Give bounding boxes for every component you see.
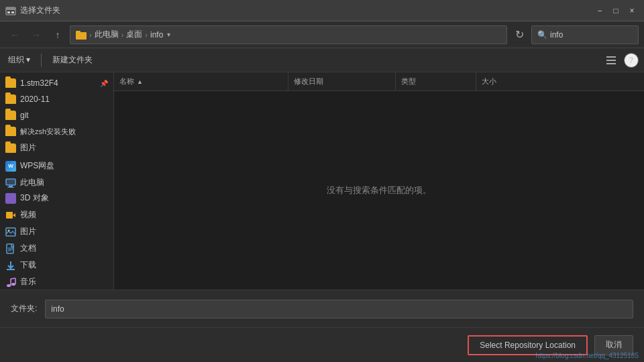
file-label: 文件夹: [11, 303, 37, 314]
title-bar: 选择文件夹 − □ × [0, 0, 644, 21]
window-controls: − □ × [593, 4, 639, 17]
sidebar-label-jiejue: 解决zsh安装失败 [20, 127, 76, 137]
folder-icon-1stm32f4 [5, 78, 16, 88]
window-icon [5, 5, 16, 16]
address-dropdown-arrow[interactable]: ▾ [167, 31, 170, 38]
sidebar-item-2020-11[interactable]: 2020-11 [0, 91, 113, 107]
toolbar: 组织 ▾ 新建文件夹 ? [0, 48, 644, 72]
sidebar-label-3d: 3D 对象 [20, 192, 49, 204]
column-type-label: 类型 [401, 76, 416, 86]
sidebar-label-doc: 文档 [20, 243, 36, 254]
sidebar-item-jiejue[interactable]: 解决zsh安装失败 [0, 123, 113, 139]
svg-rect-11 [9, 186, 13, 187]
column-header-size[interactable]: 大小 [476, 72, 543, 90]
column-header-type[interactable]: 类型 [396, 72, 476, 90]
sidebar-item-3d[interactable]: 3D 对象 [0, 190, 113, 206]
watermark-text: https://blog.csdn.net/qq_43125185 [536, 352, 639, 359]
svg-marker-14 [13, 213, 15, 217]
view-button[interactable] [602, 52, 620, 69]
sidebar-item-music[interactable]: 音乐 [0, 274, 113, 290]
folder-icon-2020-11 [5, 95, 16, 104]
svg-point-24 [11, 283, 15, 286]
sidebar-item-picture[interactable]: 图片 [0, 223, 113, 240]
watermark: https://blog.csdn.net/qq_43125185 [536, 352, 639, 359]
sidebar-label-music: 音乐 [20, 276, 36, 288]
folder-icon-git [5, 111, 16, 120]
window-title: 选择文件夹 [20, 5, 593, 16]
new-folder-button[interactable]: 新建文件夹 [50, 53, 95, 67]
file-empty-message: 没有与搜索条件匹配的项。 [114, 91, 644, 290]
toolbar-right: ? [602, 52, 639, 69]
sidebar-label-wps: WPS网盘 [20, 160, 54, 172]
search-icon: 🔍 [537, 30, 547, 40]
svg-rect-17 [7, 244, 13, 253]
search-input[interactable] [550, 30, 631, 40]
sidebar-item-download[interactable]: 下载 [0, 257, 113, 274]
path-sep-2: › [121, 31, 124, 39]
forward-button[interactable]: → [27, 25, 46, 44]
view-icon [606, 55, 616, 66]
search-box[interactable]: 🔍 [531, 25, 639, 44]
sidebar-label-computer: 此电脑 [20, 177, 44, 188]
column-date-label: 修改日期 [294, 76, 323, 86]
help-button[interactable]: ? [624, 53, 639, 68]
column-header-name[interactable]: 名称 ▲ [114, 72, 288, 90]
maximize-button[interactable]: □ [609, 4, 623, 17]
svg-rect-3 [11, 11, 14, 13]
svg-rect-12 [7, 187, 14, 188]
organize-button[interactable]: 组织 ▾ [5, 53, 33, 67]
minimize-button[interactable]: − [593, 4, 606, 17]
path-segment-desktop: 桌面 [126, 29, 142, 40]
sidebar-section-computer[interactable]: 此电脑 [0, 173, 113, 190]
path-sep-3: › [145, 31, 148, 39]
path-segment-computer: 此电脑 [95, 29, 119, 40]
sidebar-item-1stm32f4[interactable]: 1.stm32F4 📌 [0, 75, 113, 91]
sidebar-label-git: git [20, 111, 29, 120]
toolbar-separator [41, 54, 42, 67]
pin-icon: 📌 [100, 80, 108, 87]
sidebar-section-wps[interactable]: W WPS网盘 [0, 156, 113, 173]
file-dialog: 选择文件夹 − □ × ← → ↑ › 此电脑 › 桌面 › info ▾ ↻ … [0, 0, 644, 362]
svg-point-23 [7, 284, 11, 287]
sidebar-label-1stm32f4: 1.stm32F4 [20, 78, 58, 88]
path-sep-1: › [89, 31, 92, 39]
svg-rect-2 [7, 11, 10, 13]
sidebar-item-tupian-quick[interactable]: 图片 [0, 139, 113, 156]
sort-arrow-name: ▲ [137, 78, 143, 85]
bottom-bar: 文件夹: [0, 290, 644, 327]
file-name-input[interactable] [45, 300, 633, 318]
svg-line-27 [11, 278, 15, 279]
refresh-button[interactable]: ↻ [510, 25, 529, 44]
column-name-label: 名称 [119, 76, 134, 86]
empty-message-text: 没有与搜索条件匹配的项。 [327, 184, 431, 196]
close-button[interactable]: × [625, 4, 639, 17]
svg-rect-8 [606, 63, 616, 64]
column-header-date[interactable]: 修改日期 [288, 72, 396, 90]
svg-rect-13 [6, 212, 13, 219]
main-content: 1.stm32F4 📌 2020-11 git 解决zsh安装失败 图片 [0, 72, 644, 290]
sidebar-label-tupian-quick: 图片 [20, 142, 36, 154]
column-size-label: 大小 [482, 76, 496, 86]
wps-icon: W [5, 161, 16, 172]
icon-doc [5, 243, 16, 254]
icon-video [5, 210, 16, 221]
address-bar: ← → ↑ › 此电脑 › 桌面 › info ▾ ↻ 🔍 [0, 21, 644, 48]
sidebar-item-git[interactable]: git [0, 107, 113, 123]
sidebar-item-doc[interactable]: 文档 [0, 240, 113, 257]
icon-3d [5, 193, 16, 204]
svg-rect-1 [6, 7, 15, 10]
svg-rect-10 [6, 179, 15, 185]
up-button[interactable]: ↑ [48, 25, 67, 44]
sidebar-item-video[interactable]: 视频 [0, 206, 113, 223]
svg-rect-15 [6, 228, 15, 236]
svg-rect-6 [606, 56, 616, 58]
file-area: 名称 ▲ 修改日期 类型 大小 没有与搜索条件匹配的项。 [114, 72, 644, 290]
back-button[interactable]: ← [5, 25, 24, 44]
sidebar-label-video: 视频 [20, 209, 36, 221]
folder-icon-tupian-quick [5, 143, 16, 153]
icon-picture [5, 227, 16, 237]
path-folder-icon [76, 30, 87, 40]
address-path[interactable]: › 此电脑 › 桌面 › info ▾ [70, 25, 507, 44]
sidebar: 1.stm32F4 📌 2020-11 git 解决zsh安装失败 图片 [0, 72, 114, 290]
icon-download [5, 260, 16, 271]
